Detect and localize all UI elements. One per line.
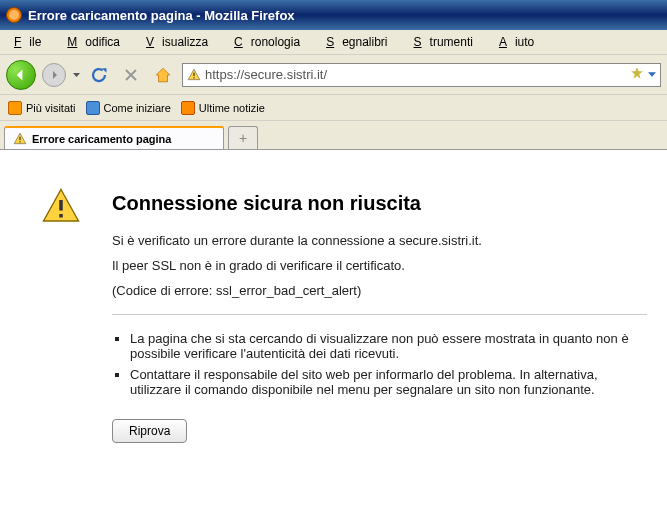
new-tab-button[interactable]: + bbox=[228, 126, 258, 149]
menu-bar: File Modifica Visualizza Cronologia Segn… bbox=[0, 30, 667, 55]
bookmark-most-visited[interactable]: Più visitati bbox=[8, 101, 76, 115]
menu-view[interactable]: Visualizza bbox=[138, 33, 224, 51]
url-dropdown[interactable] bbox=[648, 72, 656, 77]
stop-button[interactable] bbox=[118, 62, 144, 88]
reload-button[interactable] bbox=[86, 62, 112, 88]
bookmark-latest-news[interactable]: Ultime notizie bbox=[181, 101, 265, 115]
svg-rect-1 bbox=[193, 77, 194, 78]
rss-icon bbox=[181, 101, 195, 115]
svg-rect-3 bbox=[19, 141, 20, 142]
plus-icon: + bbox=[239, 130, 247, 146]
home-button[interactable] bbox=[150, 62, 176, 88]
warning-icon-large bbox=[40, 186, 82, 228]
menu-help[interactable]: Aiuto bbox=[491, 33, 550, 51]
svg-rect-4 bbox=[59, 200, 63, 211]
svg-rect-2 bbox=[19, 136, 20, 140]
url-bar[interactable]: https://secure.sistri.it/ bbox=[182, 63, 661, 87]
retry-button[interactable]: Riprova bbox=[112, 419, 187, 443]
warning-icon bbox=[13, 132, 27, 146]
bookmark-label: Ultime notizie bbox=[199, 102, 265, 114]
window-title: Errore caricamento pagina - Mozilla Fire… bbox=[28, 8, 295, 23]
tab-strip: Errore caricamento pagina + bbox=[0, 121, 667, 149]
menu-tools[interactable]: Strumenti bbox=[406, 33, 489, 51]
menu-history[interactable]: Cronologia bbox=[226, 33, 316, 51]
menu-edit[interactable]: Modifica bbox=[59, 33, 136, 51]
url-input[interactable]: https://secure.sistri.it/ bbox=[205, 67, 626, 82]
page-icon bbox=[86, 101, 100, 115]
bookmark-star-icon[interactable] bbox=[630, 66, 644, 83]
page-content: Connessione sicura non riuscita Si è ver… bbox=[0, 149, 667, 513]
menu-file[interactable]: File bbox=[6, 33, 57, 51]
bookmarks-toolbar: Più visitati Come iniziare Ultime notizi… bbox=[0, 95, 667, 121]
navigation-toolbar: https://secure.sistri.it/ bbox=[0, 55, 667, 95]
error-line-2: Il peer SSL non è in grado di verificare… bbox=[112, 258, 647, 273]
tab-active[interactable]: Errore caricamento pagina bbox=[4, 126, 224, 149]
error-line-1: Si è verificato un errore durante la con… bbox=[112, 233, 647, 248]
bookmark-getting-started[interactable]: Come iniziare bbox=[86, 101, 171, 115]
svg-rect-0 bbox=[193, 72, 194, 76]
warning-icon bbox=[187, 68, 201, 82]
back-button[interactable] bbox=[6, 60, 36, 90]
forward-button[interactable] bbox=[42, 63, 66, 87]
error-heading: Connessione sicura non riuscita bbox=[112, 192, 647, 215]
bookmark-label: Come iniziare bbox=[104, 102, 171, 114]
error-line-3: (Codice di errore: ssl_error_bad_cert_al… bbox=[112, 283, 647, 298]
error-bullet-1: La pagina che si sta cercando di visuali… bbox=[130, 331, 647, 361]
error-details-list: La pagina che si sta cercando di visuali… bbox=[112, 331, 647, 397]
window-titlebar: Errore caricamento pagina - Mozilla Fire… bbox=[0, 0, 667, 30]
history-dropdown[interactable] bbox=[72, 73, 80, 77]
folder-icon bbox=[8, 101, 22, 115]
firefox-icon bbox=[6, 7, 22, 23]
divider bbox=[112, 314, 647, 315]
svg-rect-5 bbox=[59, 214, 63, 218]
menu-bookmarks[interactable]: Segnalibri bbox=[318, 33, 403, 51]
error-bullet-2: Contattare il responsabile del sito web … bbox=[130, 367, 647, 397]
bookmark-label: Più visitati bbox=[26, 102, 76, 114]
tab-label: Errore caricamento pagina bbox=[32, 133, 171, 145]
